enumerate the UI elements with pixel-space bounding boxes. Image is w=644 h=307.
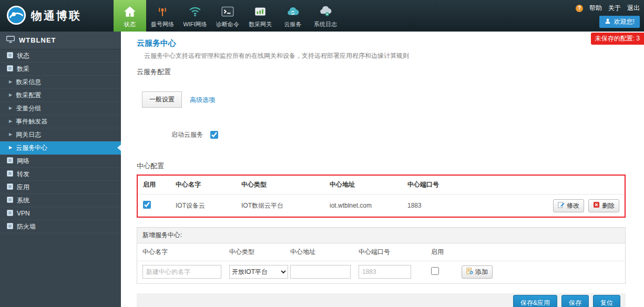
center-table-row: IOT设备云 IOT数据云平台 iot.wtblnet.com 1883 修改 … [138,195,625,217]
sidebar-item-system[interactable]: 系统 [0,194,121,207]
nav-item-wifi-network[interactable]: WIFI网络 [179,0,211,32]
sidebar-item-label: 数采信息 [16,78,41,87]
new-center-enable-checkbox[interactable] [431,267,439,275]
add-label-type: 中心类型 [229,248,290,257]
column-header-type: 中心类型 [241,180,330,189]
sidebar-item-forward[interactable]: 转发 [0,168,121,181]
row-center-type: IOT数据云平台 [241,201,330,210]
sidebar-item-app[interactable]: 应用 [0,181,121,194]
top-bar: 物通博联 状态 拨号网络 WIFI网络 诊断命令 [0,0,644,32]
sidebar-item-cloud-service-center[interactable]: ▶ 云服务中心 [0,141,121,155]
add-center-section: 新增服务中心: 中心名字 中心类型 中心地址 中心端口号 启用 开放IOT平台 [137,227,626,284]
nav-label: WIFI网络 [183,21,207,28]
device-name: WTBLNET [19,36,56,44]
reset-button[interactable]: 复位 [593,295,620,307]
sidebar-item-vpn[interactable]: VPN [0,207,121,220]
row-center-name: IOT设备云 [176,201,241,210]
column-header-name: 中心名字 [176,180,241,189]
center-type-select[interactable]: 开放IOT平台 [229,265,288,279]
nav-item-dial-network[interactable]: 拨号网络 [146,0,179,32]
sidebar: WTBLNET 状态 数采 ▶ 数采信息 ▶ 数采配置 ▶ 变量分组 ▶ 事件触… [0,32,121,307]
page-title: 云服务中心 [137,39,626,47]
top-bar-right: ? 帮助 关于 退出 欢迎您! [576,4,640,28]
column-header-address: 中心地址 [330,180,407,189]
tab-bar: 一般设置 高级选项 [142,94,626,108]
arrow-right-icon: ▶ [9,146,12,150]
nav-label: 数采网关 [249,21,272,28]
list-icon [7,65,13,73]
sidebar-item-label: VPN [17,210,30,217]
nav-label: 诊断命令 [216,21,239,28]
tab-general-settings[interactable]: 一般设置 [142,91,182,108]
log-cloud-gear-icon [319,4,332,19]
enable-cloud-service-label: 启动云服务 [171,130,203,139]
enable-cloud-service-checkbox[interactable] [210,131,218,139]
unsaved-config-badge: 未保存的配置: 3 [591,33,644,45]
top-nav: 状态 拨号网络 WIFI网络 诊断命令 数采网关 [114,0,342,32]
center-port-input[interactable] [359,265,411,279]
sidebar-item-firewall[interactable]: 防火墙 [0,220,121,233]
brand-name: 物通博联 [31,8,81,23]
add-center-labels: 中心名字 中心类型 中心地址 中心端口号 启用 [137,243,625,261]
sidebar-item-event-trigger[interactable]: ▶ 事件触发器 [0,115,121,128]
nav-label: 云服务 [284,21,302,28]
column-header-port: 中心端口号 [407,180,492,189]
brand-logo: 物通博联 [0,0,114,32]
sidebar-item-data-info[interactable]: ▶ 数采信息 [0,76,121,89]
gateway-icon [253,4,267,19]
sidebar-item-label: 云服务中心 [16,144,47,152]
sidebar-item-label: 防火墙 [17,222,36,231]
add-center-form: 开放IOT平台 添加 [137,261,625,283]
sidebar-item-label: 数采配置 [16,91,41,100]
row-enable-checkbox[interactable] [143,201,151,209]
nav-item-cloud-service[interactable]: 云服务 [277,0,309,32]
save-button[interactable]: 保存 [561,295,589,307]
logout-link[interactable]: 退出 [627,4,640,13]
delete-button-label: 删除 [602,201,615,210]
nav-item-status[interactable]: 状态 [114,0,146,32]
arrow-right-icon: ▶ [9,93,12,97]
edit-button[interactable]: 修改 [553,199,584,212]
sidebar-item-label: 系统 [17,196,29,205]
sidebar-header: WTBLNET [0,32,121,49]
nav-item-diagnose-command[interactable]: 诊断命令 [211,0,244,32]
about-link[interactable]: 关于 [608,4,621,13]
add-label-address: 中心地址 [290,248,359,257]
sidebar-item-gateway-log[interactable]: ▶ 网关日志 [0,128,121,141]
tab-advanced-options[interactable]: 高级选项 [183,93,222,108]
sidebar-item-network[interactable]: 网络 [0,155,121,168]
nav-item-system-log[interactable]: 系统日志 [309,0,342,32]
home-icon [123,4,137,19]
sidebar-item-variable-group[interactable]: ▶ 变量分组 [0,102,121,115]
center-config-table: 启用 中心名字 中心类型 中心地址 中心端口号 IOT设备云 IOT数据云平台 … [137,175,626,218]
edit-button-label: 修改 [567,201,579,210]
sidebar-item-label: 变量分组 [16,104,41,113]
sidebar-item-status[interactable]: 状态 [0,49,121,63]
add-icon [466,268,473,276]
add-label-port: 中心端口号 [359,248,431,257]
add-button[interactable]: 添加 [462,265,493,279]
terminal-icon [221,4,234,19]
list-icon [7,170,13,178]
sidebar-item-label: 数采 [17,65,29,74]
sidebar-item-label: 网关日志 [16,130,41,139]
list-icon [7,223,13,231]
center-address-input[interactable] [290,265,351,279]
monitor-icon [6,36,15,45]
help-link[interactable]: 帮助 [589,4,602,13]
sidebar-item-data-collection[interactable]: 数采 [0,63,121,76]
sidebar-item-label: 状态 [17,52,29,60]
sidebar-item-data-config[interactable]: ▶ 数采配置 [0,89,121,102]
center-name-input[interactable] [142,265,221,279]
add-center-header: 新增服务中心: [137,228,625,243]
section-cloud-service-config: 云服务配置 [137,68,626,75]
page-subtitle: 云服务中心支持远程管理和监控所有的在线网关和设备，支持远程部署应用程序和边缘计算… [144,53,626,59]
sidebar-item-label: 应用 [17,183,29,192]
row-actions: 修改 删除 [553,199,619,212]
section-center-config: 中心配置 [137,162,626,169]
cloud-icon [286,4,300,19]
save-apply-button[interactable]: 保存&应用 [513,295,557,307]
nav-item-data-gateway[interactable]: 数采网关 [244,0,277,32]
delete-button[interactable]: 删除 [588,199,619,212]
sidebar-item-label: 转发 [17,170,29,179]
